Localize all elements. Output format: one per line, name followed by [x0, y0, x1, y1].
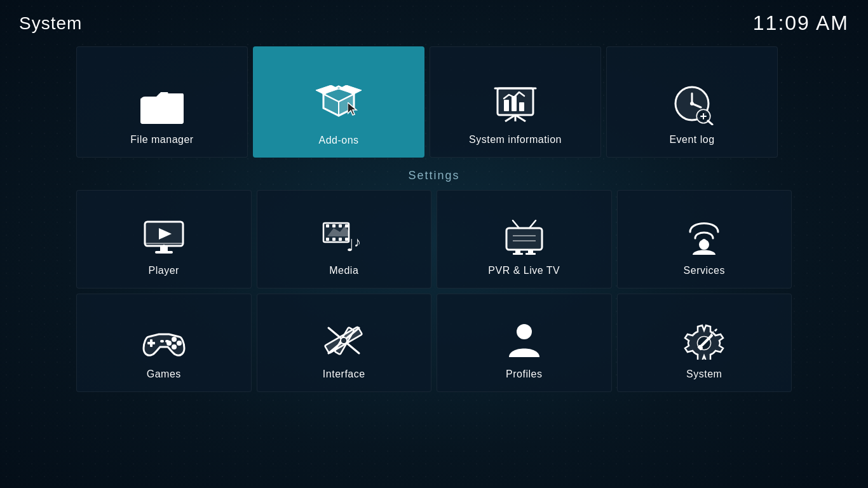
- tile-interface[interactable]: Interface: [257, 294, 432, 392]
- system-information-icon: [492, 85, 538, 125]
- pvr-live-tv-icon: [503, 218, 546, 256]
- settings-label: Settings: [76, 169, 792, 182]
- svg-line-54: [513, 220, 519, 228]
- services-icon: [682, 218, 726, 256]
- add-ons-label: Add-ons: [318, 135, 358, 146]
- pvr-live-tv-label: PVR & Live TV: [488, 265, 560, 276]
- svg-point-22: [690, 102, 694, 105]
- profiles-icon: [503, 322, 546, 360]
- svg-rect-12: [512, 96, 517, 111]
- svg-rect-11: [504, 100, 509, 111]
- svg-rect-13: [519, 102, 524, 111]
- media-label: Media: [329, 265, 358, 276]
- svg-rect-43: [339, 238, 342, 241]
- tile-games[interactable]: Games: [76, 294, 252, 392]
- svg-point-62: [172, 337, 177, 342]
- svg-point-59: [702, 239, 706, 243]
- tile-event-log[interactable]: Event log: [606, 46, 778, 158]
- svg-rect-31: [160, 246, 168, 251]
- tile-system-information[interactable]: System information: [430, 46, 601, 158]
- tile-file-manager[interactable]: File manager: [76, 46, 248, 158]
- svg-rect-52: [513, 253, 523, 255]
- tile-media[interactable]: ♩ ♪ Media: [257, 190, 432, 288]
- profiles-label: Profiles: [506, 369, 542, 380]
- interface-label: Interface: [323, 369, 365, 380]
- file-manager-label: File manager: [130, 134, 193, 146]
- tile-pvr-live-tv[interactable]: PVR & Live TV: [437, 190, 612, 288]
- svg-line-25: [708, 121, 712, 125]
- svg-rect-1: [140, 98, 184, 124]
- svg-point-75: [517, 324, 532, 339]
- page-title: System: [19, 13, 82, 34]
- tile-player[interactable]: Player: [76, 190, 252, 288]
- file-manager-icon: [139, 87, 185, 125]
- svg-text:♪: ♪: [354, 234, 361, 250]
- system-icon: [682, 322, 726, 360]
- svg-point-74: [341, 337, 347, 344]
- games-label: Games: [147, 369, 181, 380]
- svg-rect-42: [332, 238, 336, 241]
- svg-rect-67: [165, 340, 169, 342]
- svg-point-63: [177, 341, 182, 346]
- tile-profiles[interactable]: Profiles: [437, 294, 612, 392]
- interface-icon: [322, 322, 365, 360]
- svg-rect-66: [160, 340, 164, 342]
- svg-text:♩: ♩: [346, 236, 354, 255]
- svg-point-64: [172, 344, 177, 349]
- svg-rect-61: [147, 342, 155, 344]
- top-row: File manager: [76, 46, 792, 158]
- services-label: Services: [684, 265, 725, 276]
- svg-rect-41: [326, 238, 329, 241]
- svg-rect-53: [526, 253, 536, 255]
- main-content: File manager: [0, 46, 868, 392]
- add-ons-icon: [316, 85, 362, 126]
- tile-add-ons[interactable]: Add-ons: [253, 46, 424, 158]
- media-icon: ♩ ♪: [322, 218, 365, 256]
- player-label: Player: [149, 265, 179, 276]
- header: System 11:09 AM: [0, 0, 868, 46]
- player-icon: [142, 220, 186, 256]
- svg-line-55: [529, 220, 536, 228]
- event-log-label: Event log: [669, 134, 714, 146]
- svg-rect-39: [339, 224, 342, 227]
- tile-system[interactable]: System: [617, 294, 792, 392]
- svg-rect-49: [506, 228, 542, 250]
- clock: 11:09 AM: [753, 11, 849, 35]
- settings-grid: Player: [76, 190, 792, 392]
- event-log-icon: [669, 85, 715, 125]
- system-information-label: System information: [469, 134, 562, 146]
- tile-services[interactable]: Services: [617, 190, 792, 288]
- svg-rect-32: [155, 251, 173, 254]
- games-icon: [141, 324, 187, 360]
- svg-point-34: [163, 245, 165, 247]
- svg-rect-38: [332, 224, 336, 227]
- svg-rect-37: [326, 224, 329, 227]
- system-label: System: [686, 369, 722, 380]
